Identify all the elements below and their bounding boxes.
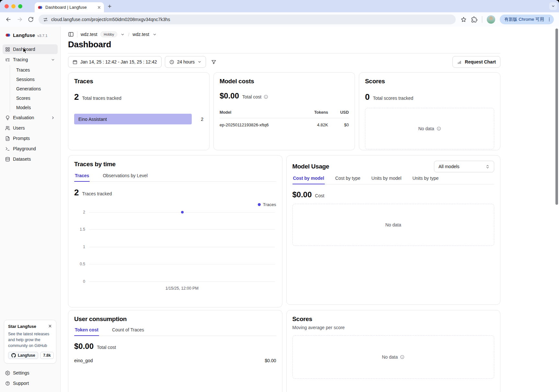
y-tick-label: 2: [83, 210, 85, 214]
chevron-down-icon[interactable]: [153, 32, 157, 37]
profile-avatar[interactable]: [487, 15, 495, 24]
model-select[interactable]: All models: [434, 161, 494, 172]
sidebar-item-users[interactable]: Users: [3, 123, 58, 133]
chevron-down-icon: [51, 58, 55, 62]
tab-token-cost[interactable]: Token cost: [74, 327, 99, 336]
model-costs-table: Model Tokens USD ep-20250112193826-xftq6…: [220, 110, 349, 127]
request-chart-label: Request Chart: [465, 59, 496, 64]
date-range-button[interactable]: Jan 14, 25 : 12:42 - Jan 15, 25 : 12:42: [68, 56, 162, 68]
scrollbar-thumb[interactable]: [555, 29, 558, 205]
url-text: cloud.langfuse.com/project/cm50idm0208mx…: [51, 17, 170, 22]
sidebar-item-settings[interactable]: Settings: [3, 368, 58, 378]
reload-button[interactable]: [28, 17, 34, 22]
bar-chart-icon: [457, 60, 462, 64]
sidebar-item-evaluation[interactable]: Evaluation: [3, 113, 58, 122]
langfuse-logo-icon: [5, 32, 11, 38]
close-icon[interactable]: [48, 324, 52, 328]
trace-name-bar[interactable]: Eino Assistant: [74, 114, 192, 124]
sidebar-toggle-icon[interactable]: [68, 31, 74, 37]
user-name: eino_god: [74, 358, 93, 363]
sidebar: Langfuse v3.7.1 Dashboard Tracing Tr: [0, 27, 61, 392]
sidebar-item-datasets[interactable]: Datasets: [3, 154, 58, 164]
app-shell: Langfuse v3.7.1 Dashboard Tracing Tr: [0, 27, 559, 392]
forward-button[interactable]: [17, 16, 23, 23]
page-title: Dashboard: [68, 40, 508, 50]
sidebar-item-scores[interactable]: Scores: [10, 93, 58, 103]
model-usage-tabs: Cost by model Cost by type Units by mode…: [292, 176, 495, 184]
project-name[interactable]: wdz.test: [132, 32, 149, 37]
usage-cost-label: Cost: [315, 193, 325, 198]
tab-title: Dashboard | Langfuse: [45, 5, 95, 10]
org-name[interactable]: wdz.test: [81, 32, 97, 37]
user-total-cost-value: $0.00: [74, 342, 94, 351]
sidebar-item-models[interactable]: Models: [10, 103, 58, 112]
github-icon: [11, 353, 16, 358]
tab-observations-by-level[interactable]: Observations by Level: [102, 173, 148, 181]
tab-close-icon[interactable]: [97, 6, 101, 9]
chart-point: [181, 211, 184, 213]
url-bar[interactable]: cloud.langfuse.com/project/cm50idm0208mx…: [39, 15, 456, 24]
back-button[interactable]: [5, 16, 12, 23]
user-cost: $0.00: [265, 358, 276, 363]
github-star-count[interactable]: 7.8k: [40, 352, 53, 359]
site-settings-icon[interactable]: [43, 17, 48, 22]
sidebar-item-traces[interactable]: Traces: [10, 65, 58, 75]
star-card-title: Star Langfuse: [8, 324, 36, 329]
request-chart-button[interactable]: Request Chart: [452, 56, 500, 68]
tab-count-of-traces[interactable]: Count of Traces: [111, 327, 145, 336]
chevron-down-icon[interactable]: [120, 32, 125, 37]
total-cost-value: $0.00: [220, 91, 239, 100]
user-row[interactable]: eino_god $0.00: [74, 358, 276, 363]
bookmark-star-icon[interactable]: [461, 17, 467, 23]
total-cost-label: Total cost: [242, 94, 261, 99]
kebab-menu-icon: [547, 17, 552, 22]
tab-traces[interactable]: Traces: [74, 173, 90, 181]
y-tick-label: 0.5: [80, 262, 85, 266]
tab-search-button[interactable]: [549, 2, 557, 10]
model-name-cell: ep-20250112193826-xftq6: [220, 122, 299, 127]
scores-count: 0: [365, 92, 370, 102]
chevrons-up-down-icon: [485, 165, 490, 169]
sidebar-item-generations[interactable]: Generations: [10, 84, 58, 93]
y-tick-label: 1: [83, 245, 85, 249]
sidebar-item-playground[interactable]: Playground: [3, 144, 58, 154]
traces-by-time-tabs: Traces Observations by Level: [74, 173, 276, 182]
tab-units-by-model[interactable]: Units by model: [371, 176, 402, 184]
info-icon[interactable]: [400, 355, 405, 359]
browser-tab[interactable]: Dashboard | Langfuse: [35, 2, 104, 12]
time-preset-button[interactable]: 24 hours: [165, 56, 206, 68]
sidebar-item-tracing[interactable]: Tracing: [3, 55, 58, 64]
brand: Langfuse v3.7.1: [3, 30, 58, 44]
table-row[interactable]: ep-20250112193826-xftq6 4.82K $0: [220, 118, 349, 127]
window-close-button[interactable]: [5, 4, 9, 8]
sidebar-item-sessions[interactable]: Sessions: [10, 75, 58, 84]
window-controls: [5, 4, 22, 8]
info-icon[interactable]: [264, 95, 268, 99]
github-star-button[interactable]: Langfuse: [8, 352, 38, 359]
info-icon[interactable]: [437, 126, 441, 131]
window-minimize-button[interactable]: [11, 4, 16, 8]
brand-name: Langfuse: [13, 32, 35, 38]
new-tab-button[interactable]: [107, 4, 112, 9]
usd-cell: $0: [328, 122, 349, 127]
no-data-label: No data: [418, 126, 434, 131]
chevron-right-icon: [51, 116, 55, 120]
star-langfuse-card: Star Langfuse See the latest releases an…: [4, 320, 56, 363]
tab-cost-by-type[interactable]: Cost by type: [335, 176, 361, 184]
legend-dot-icon: [258, 203, 261, 206]
tab-units-by-type[interactable]: Units by type: [412, 176, 439, 184]
sidebar-item-prompts[interactable]: Prompts: [3, 133, 58, 143]
extensions-icon[interactable]: [471, 17, 477, 23]
chrome-update-chip[interactable]: 有新版 Chrome 可用: [500, 15, 554, 24]
tab-cost-by-model[interactable]: Cost by model: [292, 176, 325, 184]
sidebar-item-support[interactable]: Support: [3, 378, 58, 388]
filter-button[interactable]: [209, 56, 218, 68]
browser-toolbar: cloud.langfuse.com/project/cm50idm0208mx…: [0, 12, 559, 27]
sidebar-item-label: Prompts: [13, 136, 30, 141]
brand-version: v3.7.1: [37, 34, 47, 38]
window-zoom-button[interactable]: [18, 4, 22, 8]
date-range-label: Jan 14, 25 : 12:42 - Jan 15, 25 : 12:42: [80, 59, 157, 64]
breadcrumb: wdz.test Hobby / wdz.test: [68, 30, 508, 38]
sidebar-item-dashboard[interactable]: Dashboard: [3, 44, 58, 54]
card-subtitle: Moving average per score: [292, 325, 495, 330]
